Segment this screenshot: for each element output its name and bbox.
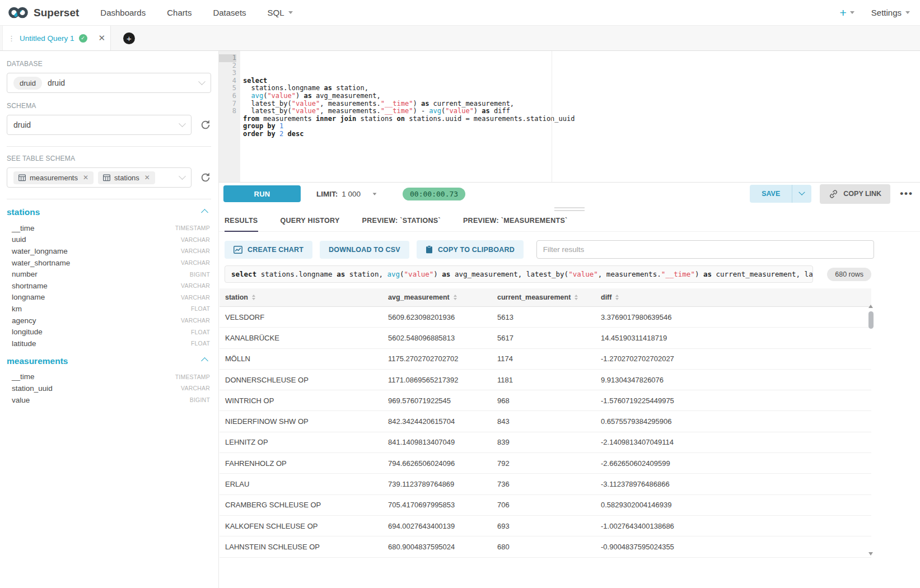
table-row: KANALBRÜCKE5602.548096885813561714.45190…: [220, 328, 871, 348]
new-item-button[interactable]: +: [840, 7, 854, 18]
table-section-header[interactable]: stations: [7, 207, 209, 217]
tab-query-history[interactable]: QUERY HISTORY: [281, 217, 340, 232]
top-navbar: Superset Dashboards Charts Datasets SQL …: [0, 0, 920, 26]
nav-dashboards[interactable]: Dashboards: [100, 8, 146, 17]
column-type: VARCHAR: [181, 259, 210, 266]
copy-clipboard-button[interactable]: COPY TO CLIPBOARD: [417, 240, 524, 259]
sql-token: measurements: [259, 115, 316, 123]
refresh-schema-icon[interactable]: [200, 119, 211, 130]
code-line: order by 2 desc: [243, 130, 920, 138]
tab-preview-stations[interactable]: PREVIEW: `STATIONS`: [362, 217, 441, 232]
query-success-icon: ✓: [79, 34, 87, 43]
sql-code[interactable]: select stations.longname as station, avg…: [240, 51, 920, 182]
clipboard-icon: [426, 245, 433, 254]
chart-icon: [233, 246, 242, 254]
superset-brand[interactable]: Superset: [8, 6, 79, 20]
main-nav: Dashboards Charts Datasets SQL: [100, 8, 292, 17]
sql-token: current_measurement, latest_by(: [712, 270, 813, 278]
filter-results-input[interactable]: [536, 240, 874, 259]
table-cell: -0.9004837595024355: [595, 543, 871, 551]
scroll-down-icon[interactable]: [868, 552, 873, 556]
database-label: DATABASE: [7, 60, 211, 68]
chevron-up-icon[interactable]: [201, 357, 208, 365]
tab-preview-measurements[interactable]: PREVIEW: `MEASUREMENTS`: [463, 217, 568, 232]
table-schema-select[interactable]: measurements ✕ stations ✕: [7, 167, 192, 188]
remove-table-icon[interactable]: ✕: [83, 174, 88, 181]
sql-token: current_measurement,: [429, 100, 514, 108]
drag-handle-icon[interactable]: ⋮: [8, 34, 15, 43]
copy-link-button[interactable]: COPY LINK: [820, 184, 890, 204]
close-tab-icon[interactable]: ✕: [99, 33, 106, 43]
more-actions-button[interactable]: •••: [900, 188, 913, 199]
table-cell: 839: [492, 438, 595, 446]
schema-select[interactable]: druid: [7, 115, 192, 135]
sql-token: , measurements.: [320, 107, 380, 115]
run-button[interactable]: RUN: [223, 185, 301, 202]
column-type: VARCHAR: [181, 248, 210, 254]
table-cell: LEHNITZ OP: [220, 438, 382, 446]
table-cell: 705.4170697995853: [382, 501, 492, 509]
query-tab-active[interactable]: ⋮ Untitled Query 1 ✓ ✕: [2, 26, 111, 50]
executed-query-preview[interactable]: select stations.longname as station, avg…: [225, 265, 813, 283]
sql-token: stations: [356, 115, 396, 123]
new-query-tab-button[interactable]: +: [123, 32, 135, 44]
line-number: 7: [219, 100, 236, 108]
sql-token: "value": [404, 270, 434, 278]
table-tag-stations[interactable]: stations ✕: [98, 171, 155, 184]
table-tag-measurements[interactable]: measurements ✕: [13, 171, 94, 184]
refresh-tables-icon[interactable]: [200, 172, 211, 183]
editor-toolbar: RUN LIMIT: 1 000 00:00:00.73 SAVE: [219, 183, 920, 205]
nav-datasets[interactable]: Datasets: [213, 8, 246, 17]
columns-list: __timeTIMESTAMPuuidVARCHARwater_longname…: [7, 222, 211, 349]
column-header-station[interactable]: station: [220, 293, 382, 301]
sql-token: diff: [490, 107, 510, 115]
table-section-header[interactable]: measurements: [7, 356, 209, 366]
column-header-diff[interactable]: diff: [595, 293, 871, 301]
chevron-down-icon: [179, 172, 186, 180]
results-tabs: RESULTS QUERY HISTORY PREVIEW: `STATIONS…: [219, 213, 920, 232]
column-type: BIGINT: [190, 396, 210, 403]
column-name: water_shortname: [12, 259, 70, 267]
sql-token: stations.uuid = measurements.station_uui…: [405, 115, 575, 123]
sql-token: ): [413, 100, 421, 108]
sql-editor[interactable]: 12345678 select stations.longname as sta…: [219, 51, 920, 183]
navbar-right: + Settings: [840, 7, 910, 18]
results-scrollbar[interactable]: [867, 304, 875, 557]
download-csv-button[interactable]: DOWNLOAD TO CSV: [320, 241, 409, 259]
column-header-current-measurement[interactable]: current_measurement: [492, 293, 595, 301]
remove-table-icon[interactable]: ✕: [144, 174, 150, 181]
save-button[interactable]: SAVE: [750, 185, 792, 203]
table-name[interactable]: measurements: [7, 356, 68, 366]
limit-dropdown[interactable]: LIMIT: 1 000: [316, 190, 377, 198]
schema-value: druid: [13, 120, 31, 129]
column-header-avg-measurement[interactable]: avg_measurement: [382, 293, 492, 301]
database-select[interactable]: druid druid: [7, 73, 211, 93]
pane-resize-handle[interactable]: [554, 207, 585, 213]
table-cell: 736: [492, 480, 595, 488]
tab-results[interactable]: RESULTS: [225, 217, 258, 232]
divider: [7, 146, 211, 147]
nav-charts[interactable]: Charts: [167, 8, 192, 17]
save-split-button[interactable]: SAVE: [750, 185, 811, 203]
sql-token: order by: [243, 130, 275, 138]
scrollbar-thumb[interactable]: [868, 311, 874, 329]
superset-logo-icon: [8, 6, 29, 20]
sql-token: ): [296, 92, 303, 100]
scroll-up-icon[interactable]: [868, 305, 873, 308]
column-name: agency: [12, 316, 36, 325]
create-chart-button[interactable]: CREATE CHART: [225, 241, 312, 259]
sqllab-main: 12345678 select stations.longname as sta…: [219, 51, 920, 588]
column-type: VARCHAR: [181, 236, 210, 243]
save-menu-button[interactable]: [792, 185, 811, 203]
table-cell: 0.6575579384295906: [595, 417, 871, 426]
table-row: FAHRENHOLZ OP794.6626506024096792-2.6626…: [220, 453, 871, 474]
chevron-up-icon[interactable]: [201, 209, 208, 216]
settings-menu[interactable]: Settings: [871, 8, 910, 17]
sql-token: as: [303, 92, 311, 100]
table-name[interactable]: stations: [7, 207, 40, 217]
chevron-down-icon: [373, 193, 377, 195]
nav-sql[interactable]: SQL: [268, 8, 293, 17]
column-name: longitude: [12, 328, 43, 336]
column-row: uuidVARCHAR: [7, 234, 211, 246]
table-cell: -2.662650602409599: [595, 459, 871, 468]
